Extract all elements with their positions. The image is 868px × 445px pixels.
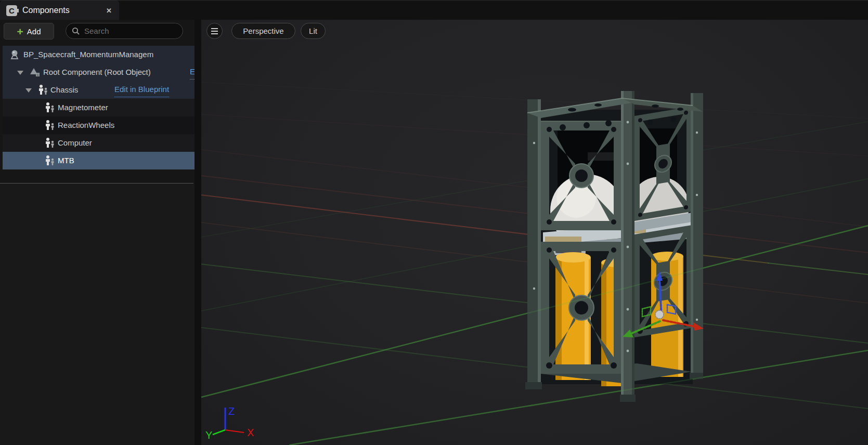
scene-component-icon: C <box>29 67 41 78</box>
panel-splitter[interactable] <box>195 20 201 445</box>
expander-arrow-icon[interactable] <box>17 71 23 75</box>
spacecraft-model[interactable] <box>525 91 703 402</box>
plus-icon: + <box>17 26 23 37</box>
tree-row-mtb[interactable]: MTB <box>3 152 195 169</box>
component-tree: BP_Spacecraft_MomentumManagem C Root Com… <box>0 46 195 169</box>
components-tab-close-icon[interactable]: ✕ <box>106 7 112 15</box>
x-axis-label: X <box>247 427 254 438</box>
tab-bar: C Components ✕ Viewport ✕ <box>0 0 868 20</box>
static-mesh-icon <box>37 84 49 96</box>
tree-row-magnetometer[interactable]: Magnetometer <box>3 99 195 116</box>
search-icon <box>72 27 80 35</box>
static-mesh-icon <box>44 137 56 149</box>
orientation-axes: Z X Y <box>205 405 254 441</box>
edit-in-blueprint-link[interactable]: Edit in Blueprint <box>190 63 195 80</box>
static-mesh-icon <box>44 102 56 113</box>
tree-row-root-component[interactable]: C Root Component (Root Object) Edit in B… <box>3 63 195 81</box>
component-search-box[interactable] <box>66 23 183 39</box>
viewport-canvas[interactable]: Z X Y <box>201 20 868 445</box>
static-mesh-icon <box>44 120 56 131</box>
tree-row-bp-root[interactable]: BP_Spacecraft_MomentumManagem <box>3 46 195 63</box>
expander-arrow-icon[interactable] <box>25 88 32 93</box>
components-tab-icon: C <box>6 5 17 16</box>
tree-row-computer[interactable]: Computer <box>3 134 195 152</box>
viewport-3d-area[interactable]: Z X Y Perspective Lit <box>201 20 868 445</box>
lit-mode-button[interactable]: Lit <box>301 23 326 39</box>
svg-text:C: C <box>37 73 40 76</box>
edit-in-blueprint-link[interactable]: Edit in Blueprint <box>114 81 169 97</box>
components-tab-title: Components <box>22 6 70 15</box>
tab-components[interactable]: C Components ✕ <box>0 1 119 20</box>
components-panel: + Add BP_Spacecraft_MomentumManagem C Ro… <box>0 20 195 445</box>
hamburger-icon <box>211 28 218 29</box>
perspective-mode-button[interactable]: Perspective <box>231 23 295 39</box>
add-component-button[interactable]: + Add <box>4 23 54 40</box>
actor-icon <box>9 49 21 60</box>
viewport-toolbar: Perspective Lit <box>201 20 868 43</box>
viewport-options-button[interactable] <box>206 23 223 39</box>
static-mesh-icon <box>44 155 56 166</box>
panel-empty-area <box>0 184 195 445</box>
y-axis-label: Y <box>205 429 212 441</box>
tree-row-reactionwheels[interactable]: ReactionWheels <box>3 116 195 134</box>
unreal-editor-window: C Components ✕ Viewport ✕ + Add BP_Space… <box>0 0 868 445</box>
tree-row-chassis[interactable]: Chassis Edit in Blueprint <box>3 81 195 99</box>
z-axis-label: Z <box>228 405 235 417</box>
search-input[interactable] <box>84 27 167 35</box>
